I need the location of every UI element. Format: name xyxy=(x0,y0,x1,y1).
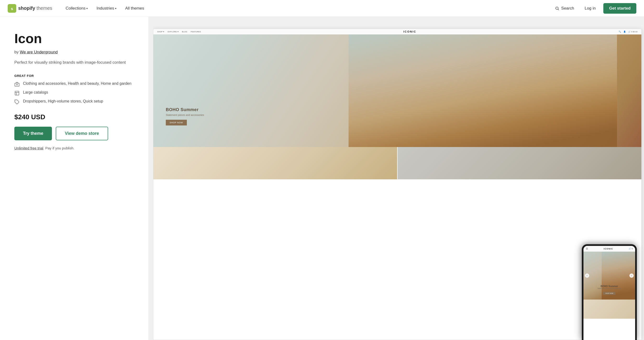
tag-icon xyxy=(14,99,20,105)
preview-icons: 🔍 👤 🛒 0 $0.00 xyxy=(619,31,638,33)
mobile-prev-arrow[interactable]: ‹ xyxy=(585,273,589,278)
mobile-cart-icon: 🛒 0 xyxy=(629,248,633,250)
trial-text: Unlimited free trial. Pay if you publish… xyxy=(14,146,134,150)
mobile-hero-subtitle: Statement pieces and accessories xyxy=(598,287,621,289)
logo-text: shopify themes xyxy=(18,6,52,11)
mobile-next-arrow[interactable]: › xyxy=(630,273,634,278)
nav-collections[interactable]: Collections ▾ xyxy=(62,4,92,13)
search-button[interactable]: Search xyxy=(552,4,577,13)
view-demo-button[interactable]: View demo store xyxy=(56,127,108,140)
thumbnail-1 xyxy=(153,147,398,179)
hero-subtitle: Statement pieces and accessories xyxy=(166,114,204,116)
main-content: Icon by We are Underground Perfect for v… xyxy=(0,17,644,340)
thumbnail-2 xyxy=(398,147,641,179)
mobile-hero: ‹ › BOHO Summer Statement pieces and acc… xyxy=(584,252,635,299)
get-started-button[interactable]: Get started xyxy=(603,3,636,14)
main-nav: Collections ▾ Industries ▾ All themes xyxy=(62,4,552,13)
shopify-logo-icon: s xyxy=(8,4,16,13)
author-link[interactable]: We are Underground xyxy=(20,50,58,54)
theme-preview-panel: SHOP ▾ EXPLORE ▾ BLOG FEATURES ICONIC 🔍 … xyxy=(148,17,644,340)
great-for-label: GREAT FOR xyxy=(14,74,134,78)
account-icon-preview: 👤 xyxy=(624,31,626,33)
hero-woman-figure xyxy=(348,35,617,147)
preview-hero: BOHO Summer Statement pieces and accesso… xyxy=(153,35,641,147)
theme-info-panel: Icon by We are Underground Perfect for v… xyxy=(0,17,148,340)
logo[interactable]: s shopify themes xyxy=(8,4,52,13)
feature-item-tag: Dropshippers, High-volume stores, Quick … xyxy=(14,99,134,105)
mobile-hero-text: BOHO Summer Statement pieces and accesso… xyxy=(598,285,621,295)
mobile-bottom-thumbnail xyxy=(584,299,635,319)
hero-shop-button: Shop Now xyxy=(166,120,187,125)
catalog-icon xyxy=(14,91,20,96)
hamburger-icon: ☰ xyxy=(586,247,588,250)
feature-text-catalog: Large catalogs xyxy=(23,90,48,95)
mobile-brand: ICONIC xyxy=(604,248,613,250)
header: s shopify themes Collections ▾ Industrie… xyxy=(0,0,644,17)
hero-title: BOHO Summer xyxy=(166,107,204,112)
feature-text-tag: Dropshippers, High-volume stores, Quick … xyxy=(23,99,103,103)
desktop-preview: SHOP ▾ EXPLORE ▾ BLOG FEATURES ICONIC 🔍 … xyxy=(153,29,642,340)
store-icon xyxy=(14,82,20,87)
login-button[interactable]: Log in xyxy=(582,4,598,13)
try-theme-button[interactable]: Try theme xyxy=(14,127,52,140)
svg-rect-7 xyxy=(15,91,19,95)
svg-line-3 xyxy=(558,9,559,10)
theme-description: Perfect for visually striking brands wit… xyxy=(14,59,134,66)
nav-industries[interactable]: Industries ▾ xyxy=(92,4,120,13)
mobile-screen: ☰ ICONIC 🛒 0 ‹ › BOHO Summer Statement p… xyxy=(584,246,635,340)
chevron-down-icon: ▾ xyxy=(115,7,116,10)
preview-wrapper: SHOP ▾ EXPLORE ▾ BLOG FEATURES ICONIC 🔍 … xyxy=(153,26,644,340)
theme-author: by We are Underground xyxy=(14,50,134,55)
feature-item-store: Clothing and accessories, Health and bea… xyxy=(14,81,134,87)
mobile-hero-title: BOHO Summer xyxy=(598,285,621,287)
search-icon-preview: 🔍 xyxy=(619,31,621,33)
header-actions: Search Log in Get started xyxy=(552,3,636,14)
action-buttons: Try theme View demo store xyxy=(14,127,134,140)
theme-title: Icon xyxy=(14,31,134,46)
hero-text-overlay: BOHO Summer Statement pieces and accesso… xyxy=(166,107,204,125)
mobile-preview: ☰ ICONIC 🛒 0 ‹ › BOHO Summer Statement p… xyxy=(582,244,637,340)
features-list: Clothing and accessories, Health and bea… xyxy=(14,81,134,105)
cart-icon-preview: 🛒 0 $0.00 xyxy=(628,31,638,33)
feature-text-store: Clothing and accessories, Health and bea… xyxy=(23,81,131,86)
preview-brand: ICONIC xyxy=(403,30,416,33)
preview-nav-links: SHOP ▾ EXPLORE ▾ BLOG FEATURES xyxy=(157,31,201,33)
preview-thumbnails xyxy=(153,147,641,179)
feature-item-catalog: Large catalogs xyxy=(14,90,134,96)
preview-topbar: SHOP ▾ EXPLORE ▾ BLOG FEATURES ICONIC 🔍 … xyxy=(153,29,641,35)
mobile-topbar: ☰ ICONIC 🛒 0 xyxy=(584,246,635,252)
search-icon xyxy=(555,6,559,11)
chevron-down-icon: ▾ xyxy=(86,7,88,10)
mobile-shop-btn: Shop Now xyxy=(603,292,615,295)
theme-price: $240 USD xyxy=(14,113,134,121)
trial-link[interactable]: Unlimited free trial xyxy=(14,146,43,150)
nav-all-themes[interactable]: All themes xyxy=(121,4,148,13)
svg-text:s: s xyxy=(11,7,13,11)
